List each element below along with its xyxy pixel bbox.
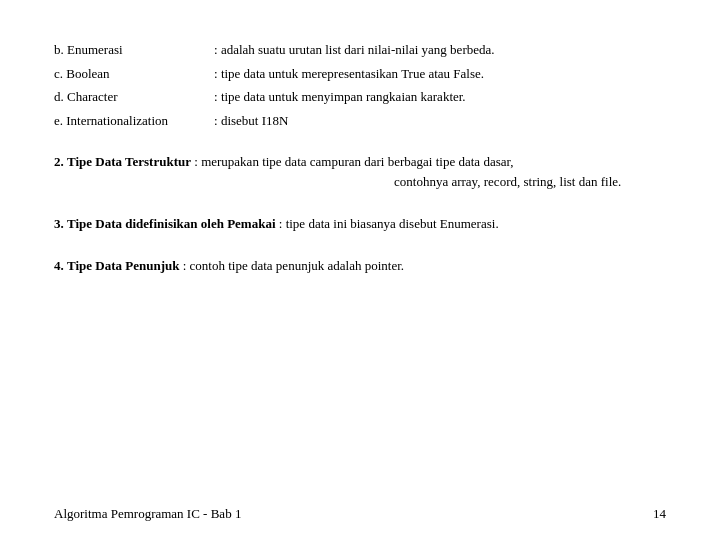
section-3: 3. Tipe Data didefinisikan oleh Pemakai …	[54, 214, 666, 234]
item-desc-b: : adalah suatu urutan list dari nilai-ni…	[214, 40, 495, 60]
section-3-text: tipe data ini biasanya disebut Enumerasi…	[286, 216, 499, 231]
item-label-c: c. Boolean	[54, 64, 214, 84]
page-content: b. Enumerasi : adalah suatu urutan list …	[0, 0, 720, 339]
item-desc-c: : tipe data untuk merepresentasikan True…	[214, 64, 484, 84]
item-desc-d: : tipe data untuk menyimpan rangkaian ka…	[214, 87, 466, 107]
section-4-number: 4.	[54, 258, 64, 273]
section-4-title: Tipe Data Penunjuk	[67, 258, 179, 273]
section-4-separator: :	[183, 258, 190, 273]
item-desc-e: : disebut I18N	[214, 111, 288, 131]
list-items: b. Enumerasi : adalah suatu urutan list …	[54, 40, 666, 130]
section-3-separator: :	[279, 216, 286, 231]
footer-title: Algoritma Pemrograman IC - Bab 1	[54, 506, 241, 522]
section-2-text2: contohnya array, record, string, list da…	[224, 172, 666, 192]
section-3-number: 3.	[54, 216, 64, 231]
list-item: d. Character : tipe data untuk menyimpan…	[54, 87, 666, 107]
item-label-b: b. Enumerasi	[54, 40, 214, 60]
section-2-text: merupakan tipe data campuran dari berbag…	[201, 154, 513, 169]
section-4-text: contoh tipe data penunjuk adalah pointer…	[190, 258, 404, 273]
footer: Algoritma Pemrograman IC - Bab 1 14	[0, 506, 720, 522]
section-4: 4. Tipe Data Penunjuk : contoh tipe data…	[54, 256, 666, 276]
footer-page: 14	[653, 506, 666, 522]
section-3-title: Tipe Data didefinisikan oleh Pemakai	[67, 216, 276, 231]
section-2-number: 2.	[54, 154, 64, 169]
section-2: 2. Tipe Data Terstruktur : merupakan tip…	[54, 152, 666, 192]
list-item: b. Enumerasi : adalah suatu urutan list …	[54, 40, 666, 60]
item-label-d: d. Character	[54, 87, 214, 107]
list-item: c. Boolean : tipe data untuk merepresent…	[54, 64, 666, 84]
list-item: e. Internationalization : disebut I18N	[54, 111, 666, 131]
section-2-title: Tipe Data Terstruktur	[67, 154, 191, 169]
item-label-e: e. Internationalization	[54, 111, 214, 131]
